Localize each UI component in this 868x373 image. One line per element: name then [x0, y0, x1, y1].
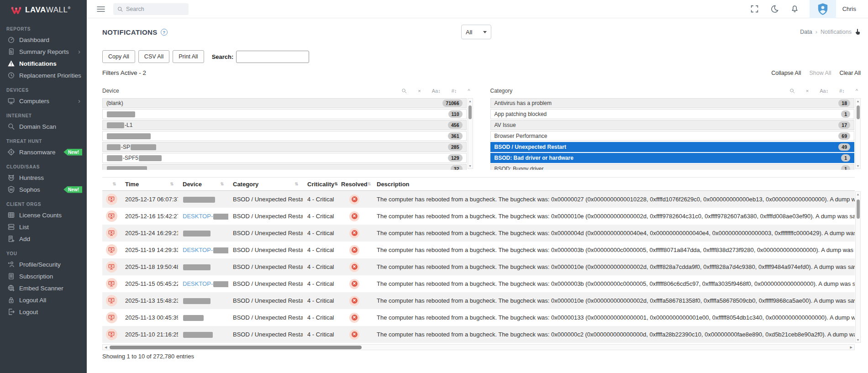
- filter-row[interactable]: AV Issue17: [490, 120, 855, 130]
- table-header-category[interactable]: Category⇅: [228, 178, 303, 190]
- app-logo[interactable]: LAVAWALL®: [0, 0, 87, 20]
- scroll-thumb[interactable]: [857, 200, 860, 219]
- scroll-thumb[interactable]: [110, 346, 362, 349]
- sort-alpha-icon[interactable]: Aa↕: [820, 88, 828, 94]
- breadcrumb-data[interactable]: Data: [800, 29, 812, 35]
- sidebar-item-add[interactable]: Add: [0, 233, 87, 245]
- table-header-select[interactable]: ⇅: [102, 178, 121, 190]
- global-search[interactable]: [113, 3, 189, 15]
- scroll-up-icon[interactable]: ▲: [468, 99, 472, 104]
- sidebar-item-sophos[interactable]: SophosNew!: [0, 184, 87, 195]
- sidebar-item-subscription[interactable]: Subscription: [0, 270, 87, 282]
- bsod-alert-icon[interactable]: [106, 227, 117, 239]
- sidebar-item-list[interactable]: List: [0, 221, 87, 233]
- table-search-input[interactable]: [236, 51, 309, 63]
- sort-alpha-icon[interactable]: Aa↕: [432, 88, 441, 94]
- unresolved-icon[interactable]: ✕: [349, 330, 359, 340]
- filter-row[interactable]: App patching blocked1: [490, 109, 855, 119]
- print-all-button[interactable]: Print All: [173, 50, 204, 63]
- filter-row[interactable]: Antivirus has a problem18: [490, 98, 855, 108]
- table-header-time[interactable]: Time⇅: [121, 178, 178, 190]
- sidebar-item-summary-reports[interactable]: Summary Reports›: [0, 46, 87, 58]
- filter-row[interactable]: 110: [102, 109, 467, 119]
- device-link[interactable]: DESKTOP-: [183, 247, 213, 253]
- filter-row[interactable]: BSOD: Buggy driver1: [490, 164, 855, 170]
- username[interactable]: Chris: [842, 5, 856, 12]
- sidebar-item-profile-security[interactable]: Profile/Security: [0, 258, 87, 270]
- unresolved-icon[interactable]: ✕: [349, 262, 359, 272]
- scroll-right-icon[interactable]: ▶: [848, 346, 854, 349]
- sidebar-item-replacement-priorities[interactable]: Replacement Priorities: [0, 69, 87, 81]
- device-link[interactable]: DESKTOP-: [183, 213, 213, 220]
- sidebar-item-huntress[interactable]: Huntress: [0, 172, 87, 184]
- scroll-left-icon[interactable]: ◀: [103, 346, 109, 349]
- table-header-resolved[interactable]: Resolved⇅: [337, 178, 372, 190]
- scroll-down-icon[interactable]: ▼: [468, 163, 472, 168]
- csv-all-button[interactable]: CSV All: [138, 50, 169, 63]
- panel-vertical-scrollbar[interactable]: ▲▼: [468, 98, 473, 169]
- filter-row[interactable]: -L1456: [102, 120, 467, 130]
- bsod-alert-icon[interactable]: [106, 261, 117, 273]
- scroll-up-icon[interactable]: ▲: [857, 192, 860, 197]
- sidebar-item-ransomware[interactable]: RansomwareNew!: [0, 146, 87, 158]
- clear-all-link[interactable]: Clear All: [839, 70, 861, 76]
- scroll-thumb[interactable]: [468, 105, 472, 119]
- unresolved-icon[interactable]: ✕: [349, 296, 359, 306]
- sidebar-item-logout[interactable]: Logout: [0, 306, 87, 318]
- help-icon[interactable]: ?: [161, 29, 168, 36]
- filter-row[interactable]: 32: [102, 164, 467, 170]
- bsod-alert-icon[interactable]: [106, 210, 117, 222]
- filter-row[interactable]: -SPF5129: [102, 153, 467, 163]
- scroll-down-icon[interactable]: ▼: [857, 163, 860, 168]
- unresolved-icon[interactable]: ✕: [349, 228, 359, 238]
- panel-search-icon[interactable]: [789, 88, 795, 94]
- show-all-link[interactable]: Show All: [810, 70, 831, 76]
- sidebar-item-computers[interactable]: Computers›: [0, 95, 87, 107]
- filter-row[interactable]: BSOD / Unexpected Restart49: [490, 142, 855, 152]
- unresolved-icon[interactable]: ✕: [349, 211, 359, 221]
- sidebar-item-domain-scan[interactable]: Domain Scan: [0, 121, 87, 132]
- filter-row[interactable]: -SP285: [102, 142, 467, 152]
- bsod-alert-icon[interactable]: [106, 312, 117, 323]
- fullscreen-icon[interactable]: [751, 5, 758, 13]
- user-avatar[interactable]: [810, 0, 836, 18]
- bsod-alert-icon[interactable]: [106, 244, 117, 256]
- table-header-device[interactable]: Device⇅: [178, 178, 228, 190]
- global-search-input[interactable]: [126, 6, 181, 12]
- panel-collapse-icon[interactable]: ^: [468, 88, 470, 94]
- panel-collapse-icon[interactable]: ^: [856, 88, 858, 94]
- unresolved-icon[interactable]: ✕: [349, 194, 359, 205]
- sort-count-icon[interactable]: #↕: [839, 88, 845, 94]
- scroll-thumb[interactable]: [857, 105, 860, 119]
- unresolved-icon[interactable]: ✕: [349, 279, 359, 289]
- panel-clear-icon[interactable]: ×: [806, 88, 809, 94]
- dark-mode-moon-icon[interactable]: [771, 5, 779, 13]
- sidebar-item-notifications[interactable]: Notifications: [0, 58, 87, 69]
- hand-pointer-icon[interactable]: [855, 29, 861, 35]
- sidebar-item-dashboard[interactable]: Dashboard: [0, 34, 87, 46]
- scroll-up-icon[interactable]: ▲: [857, 99, 860, 104]
- table-header-criticality[interactable]: Criticality⇅: [303, 178, 337, 190]
- sort-count-icon[interactable]: #↕: [452, 88, 457, 94]
- menu-toggle-icon[interactable]: [97, 6, 105, 12]
- bsod-alert-icon[interactable]: [106, 278, 117, 289]
- device-link[interactable]: DESKTOP-: [183, 280, 213, 287]
- panel-clear-icon[interactable]: ×: [418, 88, 421, 94]
- bsod-alert-icon[interactable]: [106, 194, 117, 205]
- table-horizontal-scrollbar[interactable]: ◀ ▶: [102, 344, 855, 350]
- sidebar-item-logout-all[interactable]: Logout All: [0, 294, 87, 306]
- filter-row[interactable]: Browser Performance69: [490, 131, 855, 141]
- sidebar-item-license-counts[interactable]: License Counts: [0, 209, 87, 221]
- scope-select[interactable]: All: [461, 25, 491, 39]
- panel-search-icon[interactable]: [401, 88, 407, 94]
- filter-row[interactable]: (blank)71066: [102, 98, 467, 108]
- collapse-all-link[interactable]: Collapse All: [771, 70, 801, 76]
- notifications-bell-icon[interactable]: [791, 5, 799, 13]
- copy-all-button[interactable]: Copy All: [102, 50, 135, 63]
- unresolved-icon[interactable]: ✕: [349, 245, 359, 255]
- sidebar-item-embed-scanner[interactable]: Embed Scanner: [0, 282, 87, 294]
- panel-vertical-scrollbar[interactable]: ▲▼: [855, 98, 861, 169]
- filter-row[interactable]: 361: [102, 131, 467, 141]
- bsod-alert-icon[interactable]: [106, 329, 117, 340]
- filter-row[interactable]: BSOD: Bad driver or hardware1: [490, 153, 855, 163]
